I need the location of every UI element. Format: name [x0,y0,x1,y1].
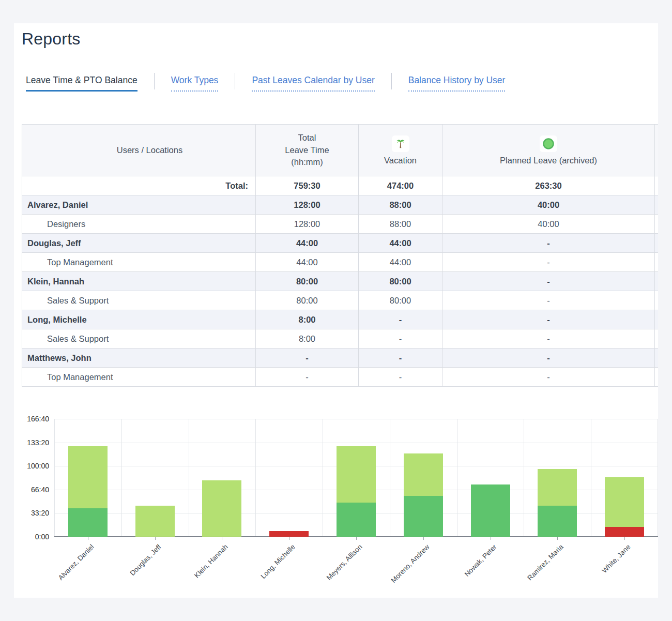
row-value: 128:00 [256,195,359,215]
bar-segment-planned-leave-archived [404,496,443,537]
row-value: - [442,234,655,253]
x-axis-label-nowak-peter: Nowak, Peter [434,543,498,598]
table-row-designers: Designers128:0088:0040:00 [22,215,659,234]
vertical-gridline [189,419,189,537]
column-header-vacation: Vacation [359,125,442,176]
bar-segment-vacation [404,453,443,496]
row-value-cutoff [655,349,659,368]
bar-segment-vacation [202,480,241,537]
row-value: 263:30 [442,176,655,195]
stacked-bar-alvarez-daniel [68,446,108,537]
row-value: - [442,349,655,368]
row-value: 80:00 [256,272,359,291]
chart-plot-area [54,419,658,537]
horizontal-gridline [54,419,658,419]
bar-segment-planned-leave-archived [471,484,510,537]
row-value: - [442,329,655,349]
table-header-row: Users / Locations Total Leave Time (hh:m… [22,125,659,176]
vertical-gridline [457,419,457,537]
row-value: 88:00 [359,215,442,234]
table-row-douglas-jeff: Douglas, Jeff44:0044:00- [22,234,659,253]
row-value-cutoff [655,215,659,234]
row-value: - [442,272,655,291]
stacked-bar-douglas-jeff [135,506,175,537]
x-axis-label-white-jane: White, Jane [568,543,632,598]
bar-segment-vacation [337,446,376,503]
bar-segment-red-unlabeled-leave-type [605,527,644,537]
row-value-cutoff [655,176,659,195]
stacked-bar-moreno-andrew [404,453,443,537]
row-label: Designers [22,215,256,234]
stacked-bar-long-michelle [269,531,309,537]
tab-separator [235,73,235,89]
row-value: - [442,368,655,387]
row-label: Sales & Support [22,329,256,349]
row-value: 474:00 [359,176,442,195]
tab-leave-time-pto-balance[interactable]: Leave Time & PTO Balance [26,75,138,92]
y-axis-tick-label: 166:40 [14,415,49,423]
row-label: Top Management [22,253,256,272]
vertical-gridline [54,419,55,537]
column-header-users-locations: Users / Locations [22,125,256,176]
row-label: Long, Michelle [22,310,256,329]
row-value: 80:00 [256,291,359,310]
row-value: 8:00 [256,329,359,349]
table-body: Total:759:30474:00263:30Alvarez, Daniel1… [22,176,659,387]
tab-separator [391,73,392,89]
y-axis-tick-label: 33:20 [14,509,49,517]
x-axis-label-douglas-jeff: Douglas, Jeff [99,543,163,598]
x-axis-label-alvarez-daniel: Alvarez, Daniel [32,543,96,598]
x-axis-tick [289,537,289,540]
row-value-cutoff [655,234,659,253]
bar-segment-vacation [538,469,577,506]
row-value: - [442,310,655,329]
table-row-top-management: Top Management44:0044:00- [22,253,659,272]
table-row-sales-support: Sales & Support8:00-- [22,329,659,349]
vertical-gridline [255,419,256,537]
palm-tree-icon [392,135,409,152]
x-axis-label-meyers-allison: Meyers, Allison [300,543,364,598]
row-value-cutoff [655,310,659,329]
page-title: Reports [22,29,658,49]
stacked-bar-nowak-peter [471,484,510,537]
tab-balance-history-by-user[interactable]: Balance History by User [408,75,506,92]
row-label: Alvarez, Daniel [22,195,256,215]
row-value: - [359,349,442,368]
row-value: 80:00 [359,291,442,310]
row-value: 128:00 [256,215,359,234]
leave-balance-table: Users / Locations Total Leave Time (hh:m… [22,124,658,387]
y-axis-tick-label: 100:00 [14,462,49,470]
green-circle-icon [540,135,557,152]
table-row-top-management: Top Management--- [22,368,659,387]
bar-segment-red-unlabeled-leave-type [269,531,309,537]
x-axis-tick [356,537,357,540]
table-row-matthews-john: Matthews, John--- [22,349,659,368]
bar-segment-vacation [135,506,175,537]
table-row-alvarez-daniel: Alvarez, Daniel128:0088:0040:00 [22,195,659,215]
x-axis-label-long-michelle: Long, Michelle [233,543,297,598]
tab-past-leaves-calendar-by-user[interactable]: Past Leaves Calendar by User [252,75,374,92]
x-axis-label-moreno-andrew: Moreno, Andrew [367,543,431,598]
row-value: 44:00 [359,234,442,253]
vertical-gridline [524,419,524,537]
row-label: Douglas, Jeff [22,234,256,253]
row-value: - [359,329,442,349]
row-value-cutoff [655,272,659,291]
row-label: Top Management [22,368,256,387]
row-value-cutoff [655,195,659,215]
x-axis-tick [155,537,156,540]
row-value: - [256,349,359,368]
bar-segment-planned-leave-archived [337,503,376,537]
table-row-total: Total:759:30474:00263:30 [22,176,659,195]
table-row-klein-hannah: Klein, Hannah80:0080:00- [22,272,659,291]
y-axis-tick-label: 0:00 [14,533,49,541]
reports-card: Reports Leave Time & PTO BalanceWork Typ… [14,23,658,598]
bar-segment-planned-leave-archived [538,506,577,537]
y-axis-tick-label: 133:20 [14,438,49,447]
x-axis-tick [557,537,558,540]
row-value: 759:30 [256,176,359,195]
tab-work-types[interactable]: Work Types [171,75,219,92]
column-header-cutoff [655,125,659,176]
bar-segment-vacation [68,446,108,508]
row-value: 40:00 [442,215,655,234]
